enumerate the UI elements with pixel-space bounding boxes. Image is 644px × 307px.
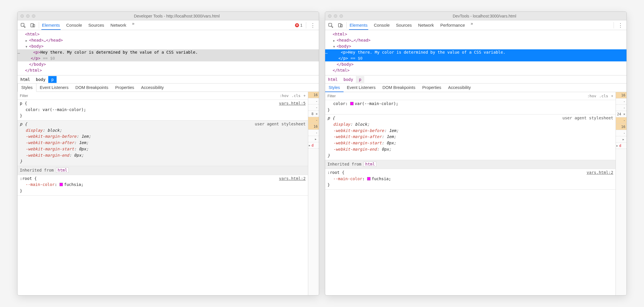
subtab-styles[interactable]: Styles <box>18 83 36 92</box>
color-swatch-icon[interactable] <box>350 102 354 105</box>
minimap-row[interactable]: - <box>308 130 319 136</box>
styles-rules[interactable]: color: var(--main-color); } user agent s… <box>325 100 616 295</box>
dom-node-p-selected[interactable]: … <p>Hey there. My color is determined b… <box>18 49 319 55</box>
minimap-row[interactable]: 8 × <box>308 111 319 117</box>
dom-node-head[interactable]: ▶<head>…</head> <box>325 37 626 43</box>
kebab-menu-icon[interactable]: ⋮ <box>616 22 625 28</box>
rule-p-author[interactable]: vars.html:5 p { color: var(--main-color)… <box>18 100 308 121</box>
minimap-row[interactable]: 16 <box>308 123 319 130</box>
cls-toggle[interactable]: .cls <box>599 94 608 98</box>
minimap-row[interactable]: 24 × <box>616 111 626 117</box>
prop-name[interactable]: --main-color <box>333 176 362 181</box>
prop-value[interactable]: fuchsia <box>64 182 81 187</box>
subtab-accessibility[interactable]: Accessibility <box>445 83 474 92</box>
styles-filter-input[interactable] <box>327 94 587 98</box>
traffic-min-icon[interactable] <box>334 14 337 18</box>
prop-name[interactable]: color <box>26 107 38 112</box>
selector[interactable]: p <box>20 101 22 106</box>
traffic-max-icon[interactable] <box>340 14 343 18</box>
styles-rules[interactable]: vars.html:5 p { color: var(--main-color)… <box>18 100 308 295</box>
hov-toggle[interactable]: :hov <box>280 94 289 98</box>
tab-sources[interactable]: Sources <box>88 21 105 30</box>
minimap-row[interactable] <box>308 136 319 142</box>
subtab-accessibility[interactable]: Accessibility <box>138 83 167 92</box>
traffic-min-icon[interactable] <box>26 14 30 18</box>
cls-toggle[interactable]: .cls <box>292 94 300 98</box>
dom-node-body-close[interactable]: </body> <box>325 61 626 67</box>
minimap-row[interactable]: - <box>616 105 626 111</box>
subtab-event-listeners[interactable]: Event Listeners <box>36 83 72 92</box>
tab-network[interactable]: Network <box>110 21 127 30</box>
minimap-row[interactable] <box>616 136 626 143</box>
styles-minimap[interactable]: 16 - - 24 × - 16 - d <box>616 92 626 295</box>
rule-p-author[interactable]: color: var(--main-color); } <box>325 100 616 114</box>
tab-elements[interactable]: Elements <box>41 21 61 30</box>
minimap-row[interactable]: - <box>308 104 319 111</box>
prop-value[interactable]: var(--main-color) <box>43 107 84 112</box>
tab-elements[interactable]: Elements <box>349 21 368 30</box>
subtab-event-listeners[interactable]: Event Listeners <box>344 83 379 92</box>
inherited-element-chip[interactable]: html <box>364 162 376 167</box>
dom-node-body-close[interactable]: </body> <box>18 61 319 67</box>
inherited-element-chip[interactable]: html <box>56 168 69 173</box>
minimap-row[interactable]: - <box>616 117 626 124</box>
subtab-dom-breakpoints[interactable]: DOM Breakpoints <box>379 83 419 92</box>
tab-console[interactable]: Console <box>66 21 83 30</box>
prop-value[interactable]: fuchsia <box>372 176 389 181</box>
breadcrumb-body[interactable]: body <box>341 76 356 83</box>
breadcrumb-p[interactable]: p <box>356 76 364 83</box>
breadcrumb-body[interactable]: body <box>33 76 49 83</box>
rule-p-useragent[interactable]: user agent stylesheet p { display: block… <box>18 121 308 166</box>
prop-value[interactable]: var(--main-color) <box>355 101 396 106</box>
tab-sources[interactable]: Sources <box>396 21 412 30</box>
dom-node-p-close[interactable]: </p> == $0 <box>325 55 626 61</box>
dom-node-head[interactable]: ▶<head>…</head> <box>18 37 319 43</box>
inspect-icon[interactable] <box>19 22 27 29</box>
rule-p-useragent[interactable]: user agent stylesheet p { display: block… <box>325 114 616 160</box>
dom-node-p-selected[interactable]: … <p>Hey there. My color is determined b… <box>325 49 626 55</box>
subtab-properties[interactable]: Properties <box>112 83 138 92</box>
color-swatch-icon[interactable] <box>59 183 63 186</box>
breadcrumb-html[interactable]: html <box>18 76 33 83</box>
dom-node-body[interactable]: ▼<body> <box>18 43 319 49</box>
minimap-row[interactable]: 16 <box>308 92 319 98</box>
selector[interactable]: :root <box>327 170 340 175</box>
minimap-row[interactable]: d <box>616 143 626 149</box>
minimap-row[interactable]: - <box>616 130 626 136</box>
subtab-dom-breakpoints[interactable]: DOM Breakpoints <box>72 83 111 92</box>
dom-node-html[interactable]: <html> <box>325 31 626 37</box>
tab-network[interactable]: Network <box>418 21 435 30</box>
add-rule-button[interactable]: + <box>611 94 613 98</box>
tabs-overflow-icon[interactable]: » <box>471 21 473 30</box>
subtab-styles[interactable]: Styles <box>325 83 344 92</box>
dom-node-body[interactable]: ▼<body> <box>325 43 626 49</box>
device-toggle-icon[interactable] <box>29 22 36 29</box>
inspect-icon[interactable] <box>327 22 334 29</box>
traffic-close-icon[interactable] <box>328 14 331 18</box>
add-rule-button[interactable]: + <box>303 94 306 98</box>
traffic-max-icon[interactable] <box>32 14 35 18</box>
breadcrumb-p[interactable]: p <box>48 76 56 83</box>
tab-performance[interactable]: Performance <box>440 21 466 30</box>
rule-root[interactable]: vars.html:2 :root { --main-color: fuchsi… <box>325 169 616 190</box>
rule-root[interactable]: vars.html:2 :root { --main-color: fuchsi… <box>18 175 308 196</box>
dom-tree[interactable]: <html> ▶<head>…</head> ▼<body> … <p>Hey … <box>325 30 626 75</box>
minimap-row[interactable]: 16 <box>616 124 626 130</box>
traffic-close-icon[interactable] <box>20 14 24 18</box>
dom-node-html[interactable]: <html> <box>18 31 319 37</box>
color-swatch-icon[interactable] <box>367 177 371 180</box>
minimap-row[interactable]: - <box>616 98 626 105</box>
rule-origin-link[interactable]: vars.html:5 <box>279 100 306 107</box>
hov-toggle[interactable]: :hov <box>587 94 596 98</box>
minimap-row[interactable]: 16 <box>616 92 626 98</box>
subtab-properties[interactable]: Properties <box>419 83 445 92</box>
kebab-menu-icon[interactable]: ⋮ <box>308 22 317 28</box>
error-badge[interactable]: ✕ 1 <box>295 23 302 28</box>
prop-name[interactable]: color <box>333 101 345 106</box>
dom-node-html-close[interactable]: </html> <box>18 67 319 73</box>
styles-minimap[interactable]: 16 - - 8 × - 16 - d <box>308 92 319 295</box>
breadcrumb-html[interactable]: html <box>325 76 341 83</box>
prop-name[interactable]: --main-color <box>26 182 55 187</box>
dom-tree[interactable]: <html> ▶<head>…</head> ▼<body> … <p>Hey … <box>18 30 319 75</box>
styles-filter-input[interactable] <box>20 94 280 98</box>
